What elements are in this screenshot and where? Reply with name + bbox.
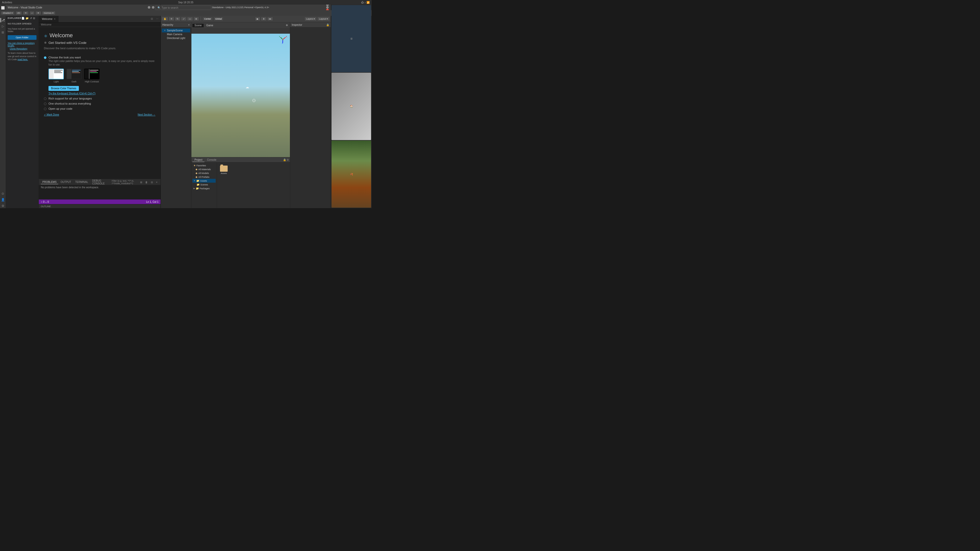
hc-editor xyxy=(89,69,99,79)
all-materials-label: All Materials xyxy=(198,168,211,171)
hierarchy-maincamera[interactable]: Main Camera xyxy=(162,32,190,36)
welcome-tab-close[interactable]: × xyxy=(54,17,56,21)
game-tab[interactable]: Game xyxy=(204,24,215,27)
project-all-prefabs[interactable]: ◆ All Prefabs xyxy=(192,175,216,179)
layout-btn[interactable]: Layout ▾ xyxy=(317,17,330,21)
terminal-tab[interactable]: TERMINAL xyxy=(74,180,90,184)
open-code-radio[interactable] xyxy=(44,108,46,110)
hc-theme-thumb[interactable] xyxy=(84,68,100,79)
project-favorites[interactable]: ★ Favorites xyxy=(192,164,216,167)
split-editor-icon[interactable]: ⊡ xyxy=(150,17,154,21)
hierarchy-add-icon[interactable]: + xyxy=(188,24,189,26)
project-settings-icon[interactable]: ⚙ xyxy=(286,159,289,161)
new-folder-icon[interactable]: 📁 xyxy=(25,17,29,20)
project-all-materials[interactable]: ◆ All Materials xyxy=(192,167,216,171)
status-ln-col[interactable]: Ln 1, Col 1 xyxy=(146,200,159,203)
open-code-label: Open up your code xyxy=(48,107,73,110)
gizmo-svg: X Y Z xyxy=(278,35,287,44)
step-btn[interactable]: ⏭ xyxy=(267,17,273,21)
rich-support-option[interactable]: Rich support for all your languages xyxy=(44,96,156,101)
new-file-icon[interactable]: 📄 xyxy=(21,17,25,20)
section-icon: ⚛ xyxy=(44,41,47,44)
inspector-lock-icon[interactable]: 🔒 xyxy=(326,24,329,26)
activity-explorer[interactable]: ⬜ xyxy=(0,6,5,10)
clone-repo-link[interactable]: You can clone a repository locally. Clon… xyxy=(6,41,38,51)
unity-maximize[interactable] xyxy=(326,6,329,9)
shortcut-option[interactable]: One shortcut to access everything xyxy=(44,101,156,106)
light-theme-preview[interactable]: Light xyxy=(48,68,64,83)
project-all-models[interactable]: ◆ All Models xyxy=(192,171,216,175)
search-bar-container[interactable]: 🔍 Type to search xyxy=(155,6,211,10)
open-code-option[interactable]: Open up your code xyxy=(44,106,156,111)
project-packages[interactable]: ▶ 📁 Packages xyxy=(192,186,216,190)
activity-git[interactable]: ⎇ xyxy=(0,18,5,22)
activity-account[interactable]: 👤 xyxy=(0,197,5,202)
layers-btn[interactable]: Layers ▾ xyxy=(304,17,317,21)
activity-settings[interactable]: ⚙ xyxy=(0,203,5,208)
choose-look-radio[interactable] xyxy=(44,56,46,59)
play-btn[interactable]: ▶ xyxy=(255,17,260,21)
project-tabs: Project Console 🔒 ⚙ xyxy=(191,157,290,162)
git-read-here-link[interactable]: read here. xyxy=(18,58,28,61)
dark-theme-thumb[interactable] xyxy=(66,68,82,79)
thumbnail-room-icon: 🏠 xyxy=(350,105,353,108)
section-nav: ✓ Mark Done Next Section → xyxy=(44,113,156,116)
welcome-tab[interactable]: Welcome × xyxy=(39,15,59,22)
activity-remote[interactable]: ⊙ xyxy=(0,191,5,196)
collapse-icon[interactable]: ⊟ xyxy=(33,17,35,20)
scale-tool[interactable]: ⤢ xyxy=(181,17,186,21)
project-assets[interactable]: ▼ 📁 Assets xyxy=(192,179,216,183)
activity-debug[interactable]: ▷ xyxy=(0,24,5,29)
hc-theme-preview[interactable]: High Contrast xyxy=(84,68,100,83)
assets-folder-item[interactable]: Assets xyxy=(219,165,229,176)
refresh-icon[interactable]: ↺ xyxy=(30,17,32,20)
rotate-tool[interactable]: ↻ xyxy=(175,17,180,21)
filter-icon[interactable]: ⊞ xyxy=(139,180,143,184)
sys-tray: ⏻ ♪ 📶 xyxy=(361,1,369,4)
project-scenes[interactable]: 📁 Scenes xyxy=(192,183,216,186)
more-actions-icon[interactable]: ⋯ xyxy=(155,17,159,21)
hand-tool[interactable]: ✋ xyxy=(162,17,168,21)
rich-support-radio[interactable] xyxy=(44,97,46,100)
output-tab[interactable]: OUTPUT xyxy=(59,180,73,184)
clear-problems-icon[interactable]: 🗑 xyxy=(144,180,149,184)
thumbnail-autumn-content: 🍂 xyxy=(331,141,371,208)
clone-repository-link[interactable]: Clone Repository xyxy=(8,47,37,51)
scene-settings-icon[interactable]: ⚙ xyxy=(285,24,289,27)
pause-btn[interactable]: ⏸ xyxy=(261,17,267,21)
vscode-title: Welcome - Visual Studio Code xyxy=(8,6,42,9)
vscode-logo-icon: ⚛ xyxy=(44,34,48,38)
collapse-panel-icon[interactable]: ⊟ xyxy=(150,180,154,184)
close-panel-icon[interactable]: × xyxy=(155,180,159,184)
light-theme-thumb[interactable] xyxy=(48,68,64,79)
activity-extensions[interactable]: ⊞ xyxy=(0,30,5,35)
scene-view[interactable]: ☁ X Y Z xyxy=(191,28,290,157)
scene-tab[interactable]: Scene xyxy=(192,23,204,27)
problems-tab[interactable]: PROBLEMS xyxy=(41,180,58,184)
assets-item-label: Assets xyxy=(221,172,227,175)
browse-themes-button[interactable]: Browse Color Themes xyxy=(48,86,79,91)
next-section-link[interactable]: Next Section → xyxy=(138,113,156,116)
inspector-content xyxy=(290,27,331,30)
transform-tool[interactable]: ⊕ xyxy=(193,17,199,21)
vscode-maximize[interactable] xyxy=(152,6,154,9)
global-search[interactable]: 🔍 Type to search xyxy=(155,6,216,10)
lock-icon[interactable]: 🔒 xyxy=(283,159,286,161)
choose-look-option[interactable]: Choose the look you want The right color… xyxy=(44,55,156,96)
open-folder-button[interactable]: Open Folder xyxy=(8,35,37,40)
mark-done-link[interactable]: ✓ Mark Done xyxy=(44,113,59,116)
global-btn[interactable]: Global xyxy=(213,17,224,21)
hierarchy-directionallight[interactable]: Directional Light xyxy=(162,36,190,40)
status-git[interactable]: ⑃ 0 △ 0 xyxy=(41,200,49,203)
console-tab[interactable]: Console xyxy=(205,158,218,162)
keyboard-shortcut-link[interactable]: Try the Keyboard Shortcut (Ctrl+K Ctrl+T… xyxy=(48,92,95,95)
shortcut-radio[interactable] xyxy=(44,103,46,105)
center-btn[interactable]: Center xyxy=(202,17,213,21)
vscode-minimize[interactable] xyxy=(148,6,150,9)
hierarchy-samplescene[interactable]: ▼ SampleScene xyxy=(162,29,190,32)
dark-theme-preview[interactable]: Dark xyxy=(66,68,82,83)
debug-console-tab[interactable]: DEBUG CONSOLE xyxy=(91,179,110,186)
project-tab[interactable]: Project xyxy=(192,158,204,162)
move-tool[interactable]: ✛ xyxy=(169,17,174,21)
rect-tool[interactable]: ▭ xyxy=(187,17,193,21)
